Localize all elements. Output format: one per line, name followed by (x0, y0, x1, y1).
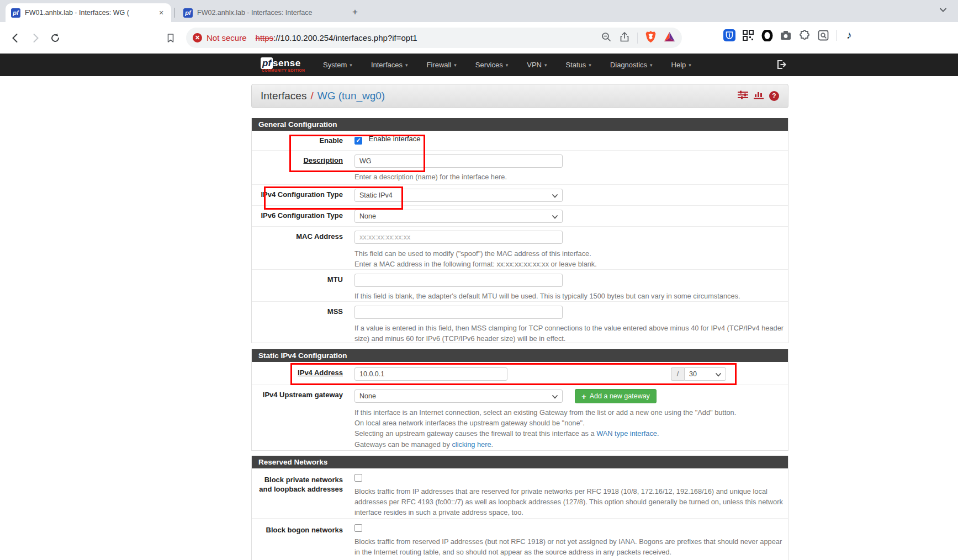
extensions-area: ♪ (723, 29, 855, 41)
pfsense-logo-pf: pf (261, 57, 273, 69)
ipv4-gateway-row: IPv4 Upstream gateway None + Add a new g… (252, 385, 788, 450)
back-icon[interactable] (8, 30, 23, 46)
url-rest: ://10.10.200.254/interfaces.php?if=opt1 (273, 33, 417, 42)
gateway-help-2: On local area network interfaces the ups… (354, 418, 788, 428)
gateway-help-4: Gateways can be managed by clicking here… (354, 439, 788, 450)
enable-row: Enable ✓ Enable interface (252, 131, 788, 151)
extensions-divider (836, 30, 837, 41)
search-sidebar-icon[interactable] (817, 29, 829, 41)
not-secure-icon: ✕ (193, 33, 202, 42)
ipv4-gateway-select[interactable]: None (354, 390, 563, 403)
forward-icon[interactable] (28, 30, 43, 46)
tab-title: FW01.anhlx.lab - Interfaces: WG ( (25, 9, 154, 17)
new-tab-button[interactable]: + (348, 5, 362, 19)
toolbar-divider (637, 33, 638, 44)
chevron-down-icon: ▾ (589, 62, 591, 68)
mtu-row: MTU If this field is blank, the adapter'… (252, 270, 788, 302)
mtu-label: MTU (252, 274, 354, 297)
mss-help: If a value is entered in this field, the… (354, 323, 785, 344)
url-text: https://10.10.200.254/interfaces.php?if=… (256, 33, 417, 42)
browser-tab-strip: pf FW01.anhlx.lab - Interfaces: WG ( ✕ p… (0, 0, 958, 22)
chevron-down-icon (715, 371, 722, 378)
adblock-circle-icon[interactable] (761, 29, 773, 41)
menu-system[interactable]: System▾ (317, 61, 358, 69)
ipv6-type-row: IPv6 Configuration Type None (252, 206, 788, 227)
tab-fw01[interactable]: pf FW01.anhlx.lab - Interfaces: WG ( ✕ (6, 3, 171, 22)
panel-title: General Configuration (252, 118, 788, 131)
description-input[interactable] (354, 154, 563, 168)
block-bogon-checkbox[interactable] (354, 524, 362, 532)
zoom-out-icon[interactable] (601, 31, 612, 45)
screenshot-camera-icon[interactable] (780, 29, 792, 41)
status-monitoring-icon[interactable] (754, 90, 764, 102)
pfsense-navbar: pf sense COMMUNITY EDITION System▾ Inter… (0, 54, 958, 76)
block-private-checkbox[interactable] (354, 474, 362, 482)
description-row: Description Enter a description (name) f… (252, 151, 788, 185)
brave-rewards-icon[interactable] (664, 31, 675, 44)
brave-shield-icon[interactable] (645, 30, 657, 45)
add-gateway-button[interactable]: + Add a new gateway (575, 389, 657, 403)
browser-toolbar: ✕ Not secure https://10.10.200.254/inter… (0, 22, 958, 54)
mac-address-input[interactable] (354, 231, 563, 244)
share-icon[interactable] (619, 31, 630, 45)
pfsense-logo-sense: sense (273, 57, 301, 69)
not-secure-label: Not secure (207, 33, 247, 42)
pfsense-logo[interactable]: pf sense (261, 57, 301, 69)
block-bogon-label: Block bogon networks (252, 524, 354, 560)
chevron-down-icon: ▾ (689, 62, 691, 68)
close-tab-icon[interactable]: ✕ (157, 8, 166, 17)
chevron-down-icon (552, 393, 558, 400)
gateway-help: If this interface is an Internet connect… (354, 407, 788, 450)
clicking-here-link[interactable]: clicking here (452, 440, 491, 449)
ipv4-address-row: IPv4 Address / 30 (252, 362, 788, 385)
mac-help-1: This field can be used to modify ("spoof… (354, 248, 785, 259)
enable-interface-checkbox-label: Enable interface (369, 135, 421, 143)
enable-interface-checkbox[interactable]: ✓ (354, 137, 362, 145)
reload-icon[interactable] (47, 30, 63, 46)
enable-label: Enable (252, 135, 354, 146)
breadcrumb-section[interactable]: Interfaces (261, 90, 306, 102)
extensions-puzzle-icon[interactable] (798, 29, 811, 41)
description-label: Description (252, 154, 354, 180)
ipv6-type-select[interactable]: None (354, 210, 563, 223)
qr-extension-icon[interactable] (742, 29, 754, 41)
bookmark-icon[interactable] (163, 30, 178, 46)
gateway-help-1: If this interface is an Internet connect… (354, 407, 788, 418)
tab-search-chevron-icon[interactable] (939, 6, 948, 17)
static-ipv4-panel: Static IPv4 Configuration IPv4 Address /… (251, 349, 788, 451)
ipv4-address-input[interactable] (354, 367, 507, 381)
menu-vpn[interactable]: VPN▾ (521, 61, 552, 69)
chevron-down-icon (552, 214, 558, 220)
plus-icon: + (581, 392, 586, 401)
ipv4-address-label: IPv4 Address (252, 367, 354, 381)
general-configuration-panel: General Configuration Enable ✓ Enable in… (251, 118, 788, 343)
mss-input[interactable] (354, 306, 563, 319)
prefix-select[interactable]: 30 (684, 367, 726, 381)
ipv4-type-select[interactable]: Static IPv4 (354, 189, 563, 202)
bitwarden-icon[interactable] (723, 29, 735, 41)
menu-status[interactable]: Status▾ (560, 61, 596, 69)
mac-help-2: Enter a MAC address in the following for… (354, 259, 785, 269)
tab-fw02[interactable]: pf FW02.anhlx.lab - Interfaces: Interfac… (178, 3, 339, 22)
reserved-networks-panel: Reserved Networks Block private networks… (251, 456, 788, 560)
address-bar[interactable]: ✕ Not secure https://10.10.200.254/inter… (186, 28, 682, 48)
chevron-down-icon (552, 193, 558, 199)
menu-firewall[interactable]: Firewall▾ (421, 61, 462, 69)
mac-address-label: MAC Address (252, 231, 354, 265)
chevron-down-icon: ▾ (454, 62, 457, 68)
menu-services[interactable]: Services▾ (470, 61, 514, 69)
menu-diagnostics[interactable]: Diagnostics▾ (605, 61, 658, 69)
logout-icon[interactable] (776, 59, 787, 72)
pfsense-menus: System▾ Interfaces▾ Firewall▾ Services▾ … (317, 54, 697, 76)
ipv6-type-label: IPv6 Configuration Type (252, 210, 354, 222)
breadcrumb-page-link[interactable]: WG (tun_wg0) (317, 90, 385, 102)
breadcrumb: Interfaces / WG (tun_wg0) ? (251, 84, 788, 108)
music-extension-icon[interactable]: ♪ (843, 29, 855, 41)
related-settings-icon[interactable] (738, 90, 748, 102)
help-icon[interactable]: ? (769, 91, 779, 101)
menu-interfaces[interactable]: Interfaces▾ (366, 61, 414, 69)
wan-type-interface-link[interactable]: WAN type interface (596, 429, 657, 438)
pfsense-favicon: pf (183, 8, 193, 18)
menu-help[interactable]: Help▾ (666, 61, 697, 69)
mtu-input[interactable] (354, 274, 563, 287)
